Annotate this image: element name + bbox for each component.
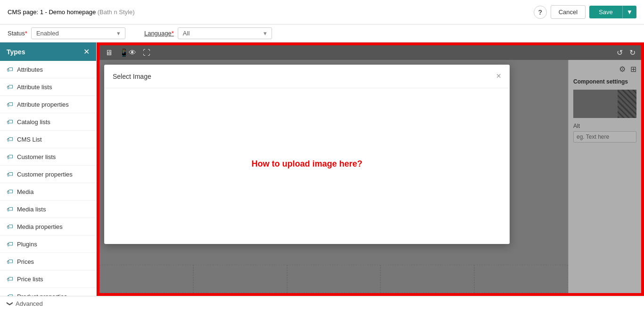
sidebar-item-catalog-lists[interactable]: 🏷 Catalog lists bbox=[0, 113, 96, 131]
editor-toolbar: 🖥 📱 👁 ⛶ ↺ ↻ bbox=[98, 44, 643, 60]
save-button[interactable]: Save bbox=[589, 6, 622, 18]
sidebar-item-cms-list[interactable]: 🏷 CMS List bbox=[0, 131, 96, 148]
language-select[interactable]: All ▾ bbox=[178, 27, 272, 39]
undo-icon[interactable]: ↺ bbox=[617, 48, 623, 57]
save-dropdown-button[interactable]: ▼ bbox=[622, 6, 636, 18]
tag-icon: 🏷 bbox=[7, 293, 13, 296]
sidebar-item-media[interactable]: 🏷 Media bbox=[0, 183, 96, 201]
sidebar-item-attributes[interactable]: 🏷 Attributes bbox=[0, 61, 96, 78]
modal-close-button[interactable]: × bbox=[496, 71, 501, 81]
sidebar-item-media-properties[interactable]: 🏷 Media properties bbox=[0, 218, 96, 235]
advanced-toggle[interactable]: ❯ Advanced bbox=[8, 300, 43, 307]
sidebar-item-price-lists[interactable]: 🏷 Price lists bbox=[0, 270, 96, 288]
status-select[interactable]: Enabled ▾ bbox=[31, 27, 125, 39]
tag-icon: 🏷 bbox=[7, 153, 13, 160]
top-bar-actions: ? Cancel Save ▼ bbox=[534, 5, 636, 19]
toolbar-center: 👁 ⛶ bbox=[129, 49, 150, 57]
redo-icon[interactable]: ↻ bbox=[629, 48, 636, 57]
upload-message: How to upload image here? bbox=[251, 159, 362, 169]
toolbar-left: 🖥 📱 bbox=[105, 48, 129, 57]
modal-overlay: Select Image × How to upload image here? bbox=[99, 60, 641, 293]
language-label: Language* bbox=[144, 30, 174, 37]
tag-icon: 🏷 bbox=[7, 135, 13, 143]
status-field-group: Status* Enabled ▾ bbox=[8, 27, 125, 39]
top-bar: CMS page: 1 - Demo homepage (Bath n Styl… bbox=[0, 0, 644, 25]
tag-icon: 🏷 bbox=[7, 170, 13, 178]
tag-icon: 🏷 bbox=[7, 101, 13, 108]
save-button-group: Save ▼ bbox=[589, 6, 636, 18]
sidebar-title: Types bbox=[7, 48, 25, 56]
toolbar-right: ↺ ↻ bbox=[617, 48, 636, 57]
mobile-icon[interactable]: 📱 bbox=[119, 48, 129, 57]
layout: Types ✕ 🏷 Attributes 🏷 Attribute lists 🏷… bbox=[0, 42, 644, 296]
select-image-modal: Select Image × How to upload image here? bbox=[104, 65, 510, 244]
page-title: CMS page: 1 - Demo homepage (Bath n Styl… bbox=[8, 8, 135, 16]
modal-title: Select Image bbox=[113, 73, 151, 80]
sidebar-item-plugins[interactable]: 🏷 Plugins bbox=[0, 235, 96, 253]
fullscreen-icon[interactable]: ⛶ bbox=[143, 49, 150, 57]
tag-icon: 🏷 bbox=[7, 223, 13, 230]
tag-icon: 🏷 bbox=[7, 275, 13, 283]
advanced-label: Advanced bbox=[16, 300, 43, 307]
tag-icon: 🏷 bbox=[7, 240, 13, 248]
sidebar-item-prices[interactable]: 🏷 Prices bbox=[0, 253, 96, 270]
modal-header: Select Image × bbox=[104, 65, 510, 88]
sidebar-item-attribute-properties[interactable]: 🏷 Attribute properties bbox=[0, 96, 96, 113]
sidebar: Types ✕ 🏷 Attributes 🏷 Attribute lists 🏷… bbox=[0, 42, 97, 296]
sidebar-header: Types ✕ bbox=[0, 42, 96, 61]
sidebar-item-media-lists[interactable]: 🏷 Media lists bbox=[0, 201, 96, 218]
tag-icon: 🏷 bbox=[7, 118, 13, 126]
tag-icon: 🏷 bbox=[7, 258, 13, 265]
editor-canvas: ⚙ ⊞ Component settings Alt bbox=[98, 60, 643, 294]
main-content: 🖥 📱 👁 ⛶ ↺ ↻ ⚙ ⊞ bbox=[97, 42, 644, 296]
advanced-chevron: ❯ bbox=[7, 301, 14, 306]
sidebar-close-button[interactable]: ✕ bbox=[83, 47, 90, 56]
language-field-group: Language* All ▾ bbox=[144, 27, 272, 39]
tag-icon: 🏷 bbox=[7, 188, 13, 195]
tag-icon: 🏷 bbox=[7, 83, 13, 91]
sidebar-item-attribute-lists[interactable]: 🏷 Attribute lists bbox=[0, 78, 96, 96]
sidebar-item-product-properties[interactable]: 🏷 Product properties bbox=[0, 288, 96, 296]
tag-icon: 🏷 bbox=[7, 66, 13, 73]
modal-body: How to upload image here? bbox=[104, 88, 510, 239]
status-label: Status* bbox=[8, 30, 27, 37]
status-bar: Status* Enabled ▾ Language* All ▾ bbox=[0, 25, 644, 42]
advanced-bar: ❯ Advanced bbox=[0, 296, 644, 311]
tag-icon: 🏷 bbox=[7, 205, 13, 213]
preview-icon[interactable]: 👁 bbox=[129, 49, 136, 57]
cancel-button[interactable]: Cancel bbox=[551, 5, 586, 19]
help-button[interactable]: ? bbox=[534, 6, 547, 19]
desktop-icon[interactable]: 🖥 bbox=[105, 49, 113, 57]
sidebar-item-customer-lists[interactable]: 🏷 Customer lists bbox=[0, 148, 96, 166]
sidebar-item-customer-properties[interactable]: 🏷 Customer properties bbox=[0, 166, 96, 183]
